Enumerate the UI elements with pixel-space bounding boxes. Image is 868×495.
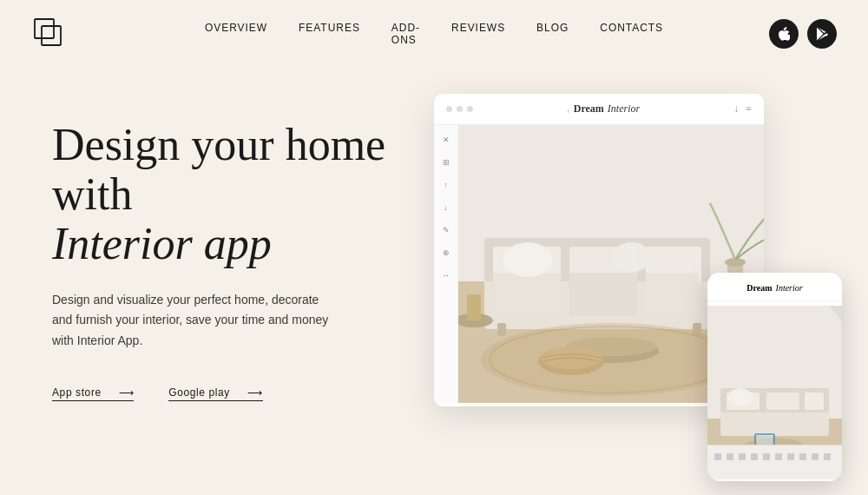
svg-rect-1 xyxy=(42,26,61,45)
sidebar-icon-move[interactable]: ↔ xyxy=(440,269,452,281)
store-buttons xyxy=(769,19,837,49)
svg-rect-12 xyxy=(569,273,637,316)
apple-store-button[interactable] xyxy=(769,19,799,49)
appstore-link[interactable]: App store ⟶ xyxy=(52,386,134,401)
svg-rect-47 xyxy=(751,453,758,460)
nav-features[interactable]: FEATURES xyxy=(299,22,360,46)
logo[interactable] xyxy=(31,16,64,52)
svg-point-17 xyxy=(613,242,651,272)
mobile-titlebar: Dream Interior xyxy=(707,273,842,301)
svg-point-37 xyxy=(728,388,753,406)
hero-title: Design your home with Interior app xyxy=(52,120,451,269)
window-actions: ↓ ≡ xyxy=(733,102,752,116)
nav-reviews[interactable]: REVIEWS xyxy=(451,22,505,46)
svg-rect-0 xyxy=(35,19,54,38)
main-nav: OVERVIEW FEATURES ADD-ONS REVIEWS BLOG C… xyxy=(205,22,663,46)
svg-rect-19 xyxy=(467,294,481,320)
nav-overview[interactable]: OVERVIEW xyxy=(205,22,267,46)
hero-text-block: Design your home with Interior app Desig… xyxy=(52,102,451,401)
svg-rect-40 xyxy=(757,436,773,446)
nav-blog[interactable]: BLOG xyxy=(536,22,569,46)
nav-addons[interactable]: ADD-ONS xyxy=(391,22,420,46)
svg-rect-42 xyxy=(707,445,842,479)
svg-rect-14 xyxy=(497,323,506,336)
sidebar-icon-up[interactable]: ↑ xyxy=(440,179,452,191)
window-title: ‹ Dream Interior xyxy=(567,102,640,116)
sidebar-icon-expand[interactable]: ⊞ xyxy=(440,156,452,168)
svg-rect-36 xyxy=(805,393,824,410)
svg-rect-13 xyxy=(646,273,698,316)
svg-rect-51 xyxy=(799,453,806,460)
cta-links: App store ⟶ Google play ⟶ xyxy=(52,386,451,401)
svg-rect-50 xyxy=(787,453,794,460)
window-sidebar: ✕ ⊞ ↑ ↓ ✎ ⊕ ↔ xyxy=(434,125,458,403)
window-dot-3 xyxy=(467,106,473,112)
svg-point-28 xyxy=(481,323,741,396)
svg-rect-45 xyxy=(727,453,733,460)
mobile-mockup: Dream Interior xyxy=(707,273,842,481)
google-play-button[interactable] xyxy=(807,19,837,49)
svg-rect-46 xyxy=(739,453,746,460)
window-dots xyxy=(446,106,473,112)
mobile-room-image xyxy=(707,301,842,481)
window-titlebar: ‹ Dream Interior ↓ ≡ xyxy=(434,94,764,125)
svg-point-16 xyxy=(503,242,552,277)
sidebar-icon-zoom[interactable]: ⊕ xyxy=(440,247,452,259)
sidebar-icon-edit[interactable]: ✎ xyxy=(440,224,452,236)
sidebar-icon-down[interactable]: ↓ xyxy=(440,201,452,214)
svg-rect-11 xyxy=(493,273,561,316)
hero-section: Design your home with Interior app Desig… xyxy=(0,68,868,495)
site-header: OVERVIEW FEATURES ADD-ONS REVIEWS BLOG C… xyxy=(0,0,868,68)
svg-rect-44 xyxy=(714,453,721,460)
googleplay-link[interactable]: Google play ⟶ xyxy=(168,386,262,401)
hero-description: Design and visualize your perfect home, … xyxy=(52,290,330,352)
svg-rect-49 xyxy=(775,453,782,460)
svg-rect-43 xyxy=(707,445,842,446)
svg-rect-52 xyxy=(812,453,819,460)
svg-rect-48 xyxy=(763,453,770,460)
window-dot-1 xyxy=(446,106,452,112)
mockup-area: ‹ Dream Interior ↓ ≡ ✕ ⊞ ↑ ↓ ✎ ⊕ xyxy=(451,102,816,495)
svg-rect-53 xyxy=(824,453,831,460)
svg-rect-35 xyxy=(766,393,799,410)
sidebar-icon-close[interactable]: ✕ xyxy=(440,134,452,146)
nav-contacts[interactable]: CONTACTS xyxy=(600,22,663,46)
window-dot-2 xyxy=(457,106,463,112)
